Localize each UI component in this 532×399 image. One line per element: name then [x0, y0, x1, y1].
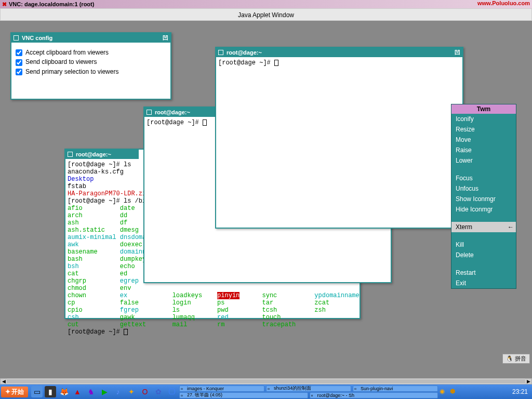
desktop-icon[interactable]: ▭ — [31, 386, 43, 397]
twm-menu-item-lower[interactable]: Lower — [451, 155, 516, 166]
accept-clipboard-option[interactable]: Accept clipboard from viewers — [16, 49, 166, 56]
scroll-left-arrow[interactable]: ◀ — [1, 379, 7, 384]
clock[interactable]: 23:21 — [509, 388, 531, 395]
twm-menu-item-xterm[interactable]: Xterm — [451, 222, 516, 232]
applet-window-title: Java Applet Window — [0, 8, 532, 21]
display-icon[interactable]: 🖵 — [166, 386, 178, 397]
terminal1-body[interactable]: [root@dage ~]# — [216, 57, 462, 69]
window-menu-icon[interactable] — [147, 110, 152, 115]
terminal2-title: root@dage:~ — [155, 109, 190, 115]
twm-menu-item-resize[interactable]: Resize — [451, 124, 516, 135]
twm-menu-item-iconify[interactable]: Iconify — [451, 114, 516, 124]
start-button[interactable]: ✦ 开始 — [1, 387, 28, 397]
twm-menu-item-focus[interactable]: Focus — [451, 173, 516, 183]
cursor — [203, 119, 207, 126]
music-icon[interactable]: ♪ — [112, 386, 124, 397]
twm-menu-title: Twm — [451, 104, 516, 114]
media-icon[interactable]: ▶ — [99, 386, 110, 397]
app-icon-2[interactable]: ✦ — [126, 386, 137, 397]
taskbar-task[interactable]: ▫shunzi34的控制面 — [266, 385, 351, 392]
app-icon[interactable]: ♞ — [85, 386, 97, 397]
accept-clipboard-checkbox[interactable] — [16, 49, 22, 56]
twm-menu-item-raise[interactable]: Raise — [451, 145, 516, 155]
window-menu-icon[interactable] — [14, 35, 19, 41]
vnc-title: VNC: dage.localdomain:1 (root) — [9, 1, 94, 7]
send-primary-option[interactable]: Send primary selection to viewers — [16, 68, 166, 75]
firefox-icon[interactable]: 🦊 — [58, 386, 70, 397]
send-primary-checkbox[interactable] — [16, 69, 22, 75]
tray-icon[interactable]: ◉ — [440, 388, 448, 396]
cursor — [274, 60, 278, 66]
opera-icon[interactable]: O — [139, 386, 151, 397]
window-control-icon[interactable]: 凹 — [455, 49, 460, 57]
watermark: www.Poluoluo.com — [477, 0, 530, 6]
twm-menu[interactable]: Twm IconifyResizeMoveRaiseLowerFocusUnfo… — [451, 104, 516, 289]
taskbar-task[interactable]: ▫27. 牧羊曲 (4:05) — [179, 392, 308, 398]
pdf-icon[interactable]: ▲ — [72, 386, 83, 397]
terminal3-titlebar[interactable]: root@dage:~ — [65, 150, 139, 159]
window-menu-icon[interactable] — [68, 152, 73, 157]
scrollbar-thumb[interactable] — [7, 379, 525, 383]
taskbar-task[interactable]: ▫root@dage:~ - Sh — [310, 392, 438, 398]
terminal3-title: root@dage:~ — [76, 151, 111, 157]
tray-icon[interactable]: ⬢ — [450, 388, 458, 396]
taskbar-task[interactable]: ▫images - Konquer — [179, 385, 264, 392]
window-menu-icon[interactable] — [218, 50, 223, 55]
konsole-icon[interactable]: ▮ — [45, 386, 56, 397]
terminal1-title: root@dage:~ — [227, 49, 262, 56]
terminal2-titlebar[interactable]: root@dage:~ — [144, 108, 218, 117]
kde-taskbar[interactable]: ✦ 开始 ▭ ▮ 🦊 ▲ ♞ ▶ ♪ ✦ O ✿ 🖵 ▫images - Kon… — [0, 384, 532, 399]
vnc-config-title: VNC config — [22, 35, 52, 41]
task-list: ▫images - Konquer▫shunzi34的控制面▫Sun-plugi… — [179, 385, 438, 398]
terminal1-titlebar[interactable]: root@dage:~ 凹 — [216, 48, 462, 57]
vnc-config-window[interactable]: VNC config 凹 Accept clipboard from viewe… — [10, 32, 171, 100]
send-clipboard-option[interactable]: Send clipboard to viewers — [16, 58, 166, 65]
desktop-area[interactable]: VNC config 凹 Accept clipboard from viewe… — [0, 21, 532, 378]
send-clipboard-checkbox[interactable] — [16, 59, 22, 66]
horizontal-scrollbar[interactable]: ◀ ▶ — [0, 378, 532, 384]
twm-menu-item-show-iconmgr[interactable]: Show Iconmgr — [451, 194, 516, 204]
vnc-titlebar: ✖ VNC: dage.localdomain:1 (root) www.Pol… — [0, 0, 532, 8]
ime-indicator[interactable]: 🐧 拼音 — [502, 354, 530, 364]
x-icon: ✖ — [2, 1, 7, 8]
taskbar-task[interactable]: ▫Sun-plugin-navi — [353, 385, 438, 392]
window-control-icon[interactable]: 凹 — [163, 34, 168, 42]
terminal-window-1[interactable]: root@dage:~ 凹 [root@dage ~]# — [215, 47, 463, 229]
twm-menu-item-hide-iconmgr[interactable]: Hide Iconmgr — [451, 204, 516, 215]
twm-menu-item-exit[interactable]: Exit — [451, 278, 516, 288]
kde-icon[interactable]: ✿ — [153, 386, 164, 397]
twm-menu-item-move[interactable]: Move — [451, 135, 516, 145]
twm-menu-item-delete[interactable]: Delete — [451, 250, 516, 260]
twm-menu-item-restart[interactable]: Restart — [451, 268, 516, 278]
twm-menu-item-kill[interactable]: Kill — [451, 240, 516, 250]
scroll-right-arrow[interactable]: ▶ — [525, 379, 531, 384]
vnc-config-titlebar[interactable]: VNC config 凹 — [11, 33, 170, 43]
twm-menu-item-unfocus[interactable]: Unfocus — [451, 183, 516, 194]
